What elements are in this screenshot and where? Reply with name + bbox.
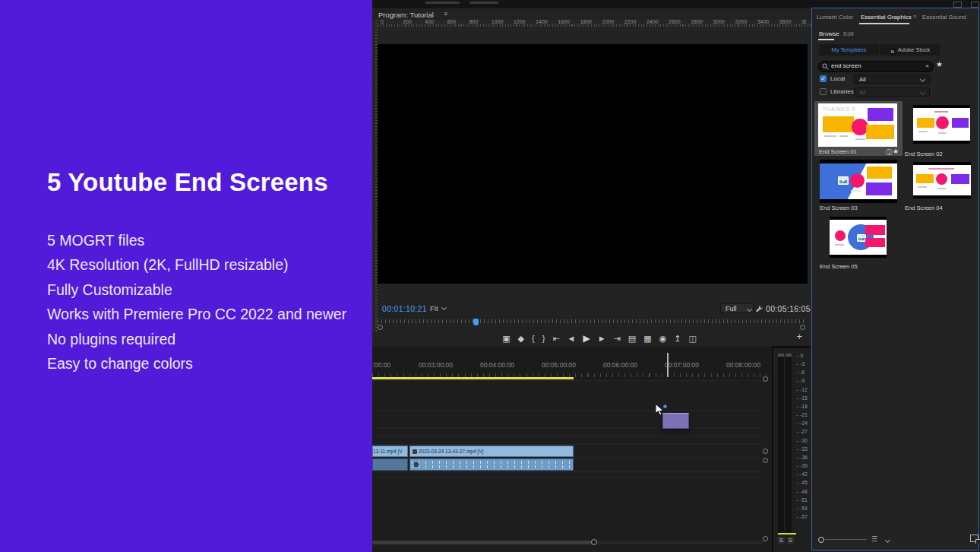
template-thumbnail[interactable] [913,162,971,198]
mark-in-icon[interactable]: { [532,331,535,346]
favorites-filter-star-icon[interactable]: ★ [936,60,943,68]
program-video-frame[interactable] [378,44,808,284]
chevron-down-icon[interactable] [885,538,890,543]
step-forward-icon[interactable]: ► [598,331,606,346]
export-frame-icon[interactable]: ◉ [659,331,667,346]
window-control-icon[interactable] [971,2,979,8]
db-label: -36 [796,453,808,462]
promo-feature: Fully Customizable [47,278,346,302]
template-thumbnail[interactable] [820,160,897,203]
transport-controls: ▣ ◆ { } ⇤ ◄ ▶ ► ⇥ ▤ ▦ ◉ ↥ ◫ [372,331,811,346]
ruler-label: 600 [447,19,469,24]
tab-essential-sound[interactable]: Essential Sound [922,14,966,21]
local-filter-dropdown[interactable]: All [854,75,930,84]
template-thumbnail[interactable] [830,217,887,258]
timeline-playhead[interactable] [667,353,669,377]
current-timecode[interactable]: 00:01:10:21 [382,304,427,313]
db-label: -39 [796,462,808,470]
star-icon[interactable]: ★ [893,148,899,155]
sort-list-icon[interactable]: ☰ [871,535,877,543]
libraries-checkbox[interactable] [820,88,827,95]
program-ruler-labels: 0200400600800100012001400160018002000220… [381,19,806,26]
button-editor-add-icon[interactable]: + [796,331,802,342]
audio-meter-bar [778,354,784,533]
step-back-icon[interactable]: ◄ [567,331,576,346]
track-handle-dot[interactable] [763,536,768,541]
scrubber-end-dot [800,325,805,330]
db-label: -48 [796,487,808,496]
install-mogrt-icon[interactable] [970,535,978,542]
subtab-edit[interactable]: Edit [843,30,854,37]
fx-badge-icon [413,449,417,454]
db-label: -45 [796,478,808,487]
db-scale: 0-3-6-9-12-15-18-21-24-27-30-33-36-39-42… [796,351,808,521]
panel-bottom-bar: ☰ [812,531,978,550]
subtab-browse[interactable]: Browse [819,30,839,37]
tab-essential-graphics[interactable]: Essential Graphics [861,14,912,21]
my-templates-button[interactable]: My Templates [819,44,879,56]
thumb-shape [839,135,848,137]
local-checkbox[interactable]: ✓ [820,75,827,82]
export-icon[interactable]: ↥ [674,331,681,346]
local-filter-value: All [859,76,866,83]
marker-icon[interactable]: ◆ [518,331,524,346]
solo-left-button[interactable]: S [778,537,785,544]
track-separator [372,411,763,411]
timeline-ruler[interactable]: 02:00:00 00:03:00:0000:04:00:0000:05:00:… [372,346,772,380]
info-icon[interactable]: ⓘ [886,148,892,157]
playback-resolution-select[interactable]: Full [720,303,754,313]
adobe-stock-icon: St [890,49,896,55]
add-marker-icon[interactable]: ▣ [502,331,510,346]
playhead-marker[interactable] [473,319,479,325]
thumb-shape [850,173,865,188]
audio-clip[interactable] [409,458,574,471]
panel-menu-icon[interactable]: ≡ [444,10,447,17]
go-to-in-icon[interactable]: ⇤ [552,331,559,346]
audio-clip[interactable] [372,458,408,471]
cropped-tab-decor [469,2,498,4]
ruler-label: 3400 [757,19,779,24]
solo-right-button[interactable]: S [787,537,794,544]
template-thumbnail[interactable]: THANKS F [818,103,897,147]
libraries-label: Libraries [830,88,854,95]
track-handle-dot[interactable] [763,376,768,382]
go-to-out-icon[interactable]: ⇥ [614,331,621,346]
video-clip[interactable]: 13-11.mp4 [V [372,446,408,457]
video-clip[interactable]: 2023-03-24 13-43-27.mp4 [V] [409,446,574,457]
timeline-hscroll-grip[interactable] [591,539,597,545]
template-name: End Screen 02 [905,151,943,157]
db-label: -33 [796,445,808,453]
window-control-icon[interactable] [953,2,962,8]
thumbnail-size-slider-track[interactable] [825,539,867,540]
adobe-stock-button[interactable]: StAdobe Stock [880,44,940,56]
search-input[interactable] [831,62,913,70]
play-icon[interactable]: ▶ [583,331,590,346]
track-separator [372,471,763,472]
template-thumbnail[interactable] [913,105,970,144]
lift-icon[interactable]: ▤ [628,331,636,346]
track-handle-dot[interactable] [763,458,768,463]
settings-wrench-icon[interactable] [755,305,763,312]
track-handle-dot[interactable] [763,449,768,454]
track-separator [372,380,763,381]
premiere-pro-window: Program: Tutorial ≡ 02004006008001000120… [0,0,980,552]
timecode-label: 00:07:00:00 [651,361,713,369]
mark-out-icon[interactable]: } [542,331,545,346]
audio-waveform [412,465,571,468]
program-scrubber[interactable] [378,319,806,328]
template-search-box[interactable]: × [818,61,934,72]
tab-lumetri-color[interactable]: Lumetri Color [817,14,853,21]
thumb-shape [866,125,894,139]
panel-menu-icon[interactable]: ≡ [913,14,916,19]
extract-icon[interactable]: ▦ [643,331,651,346]
local-label: Local [830,75,845,82]
thumbnail-size-slider-handle[interactable] [818,537,824,543]
timeline-ruler-labels: 00:03:00:0000:04:00:0000:05:00:0000:06:0… [405,361,774,369]
comparison-view-icon[interactable]: ◫ [688,331,696,346]
timeline-hscroll-handle[interactable] [372,541,594,544]
ruler-label: 3200 [735,19,757,24]
thumb-shape [928,168,954,170]
clear-search-icon[interactable]: × [925,62,929,69]
timecode-label: 00:05:00:00 [528,361,590,369]
zoom-level-select[interactable]: Fit [430,304,446,312]
